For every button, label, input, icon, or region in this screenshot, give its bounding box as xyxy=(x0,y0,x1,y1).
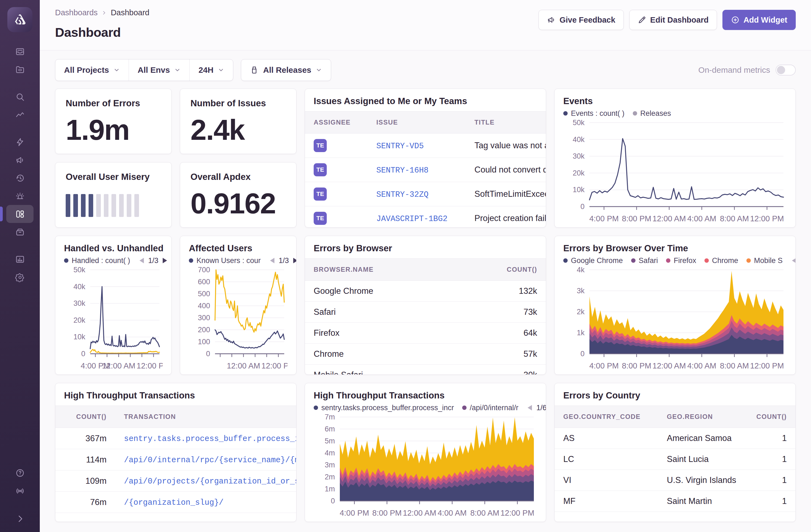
pager-next-button[interactable] xyxy=(293,257,296,264)
widget-errors-by-browser[interactable]: Errors by Browser BROWSER.NAMECOUNT()Goo… xyxy=(305,236,546,375)
widget-title: Overall User Misery xyxy=(66,172,161,182)
column-header[interactable]: GEO.COUNTRY_CODE xyxy=(554,406,658,428)
legend-dot xyxy=(64,258,68,263)
misery-bar xyxy=(81,194,86,217)
sidebar-item-releases[interactable] xyxy=(6,223,33,241)
widget-events[interactable]: Events Events : count( )Releases 010k20k… xyxy=(554,89,796,228)
breadcrumb-dashboards[interactable]: Dashboards xyxy=(55,8,97,17)
cell-link[interactable]: /{organization_slug}/ xyxy=(124,498,224,507)
cell-link[interactable]: JAVASCRIPT-1BG2 xyxy=(376,214,447,224)
legend-entry[interactable]: Releases xyxy=(633,109,671,118)
give-feedback-button[interactable]: Give Feedback xyxy=(538,10,624,30)
sidebar-item-feedback[interactable] xyxy=(6,151,33,169)
legend-dot xyxy=(666,258,670,263)
ondemand-metrics-toggle[interactable] xyxy=(776,65,796,76)
sidebar-item-replays[interactable] xyxy=(6,169,33,187)
widget-errors-by-country[interactable]: Errors by Country GEO.COUNTRY_CODEGEO.RE… xyxy=(554,383,796,522)
cell-link[interactable]: SENTRY-VD5 xyxy=(376,142,424,151)
column-header[interactable]: BROWSER.NAME xyxy=(305,259,483,281)
widget-affected-users[interactable]: Affected Users Known Users : cour1/3 010… xyxy=(180,236,296,375)
legend-dot xyxy=(189,258,193,263)
sentry-logo[interactable] xyxy=(7,7,32,32)
column-header[interactable]: COUNT() xyxy=(55,406,115,428)
sidebar-collapse-button[interactable] xyxy=(6,510,33,528)
cell-link[interactable]: SENTRY-32ZQ xyxy=(376,190,428,199)
legend-entry[interactable]: Safari xyxy=(631,257,658,265)
sidebar-item-alerts[interactable] xyxy=(6,187,33,205)
svg-text:8:00 PM: 8:00 PM xyxy=(622,361,651,370)
widget-handled-vs-unhandled[interactable]: Handled vs. Unhandled Handled : count( )… xyxy=(55,236,172,375)
sidebar-item-help[interactable] xyxy=(6,464,33,482)
cell-link[interactable]: /api/0/internal/rpc/{service_name}/{meth… xyxy=(124,456,296,465)
svg-text:600: 600 xyxy=(198,278,210,286)
app-root: Dashboards Dashboard Dashboard Give Feed… xyxy=(0,0,811,532)
widget-high-throughput-transactions-chart[interactable]: High Throughput Transactions sentry.task… xyxy=(305,383,546,522)
big-number-value: 0.9162 xyxy=(190,187,286,220)
legend-entry[interactable]: Handled : count( ) xyxy=(64,257,130,265)
project-filter[interactable]: All Projects xyxy=(55,59,129,81)
release-filter[interactable]: All Releases xyxy=(241,59,331,81)
cell-link[interactable]: sentry.tasks.process_buffer.process_incr xyxy=(124,435,296,443)
widget-errors-by-browser-over-time[interactable]: Errors by Browser Over Time Google Chrom… xyxy=(554,236,796,375)
misery-bar xyxy=(73,194,78,217)
column-header[interactable]: COUNT() xyxy=(741,406,795,428)
sidebar-item-issues[interactable] xyxy=(6,43,33,61)
column-header[interactable]: GEO.REGION xyxy=(658,406,741,428)
widget-apdex[interactable]: Overall Apdex 0.9162 xyxy=(180,162,296,228)
sidebar-item-explore[interactable] xyxy=(6,88,33,106)
dashboards-icon xyxy=(15,209,25,219)
environment-filter[interactable]: All Envs xyxy=(129,59,190,81)
column-header[interactable]: ISSUE xyxy=(368,111,466,134)
column-header[interactable]: ASSIGNEE xyxy=(305,111,368,134)
megaphone-icon xyxy=(15,155,25,165)
legend-entry[interactable]: sentry.tasks.process_buffer.process_incr xyxy=(313,404,454,412)
widget-issues-assigned[interactable]: Issues Assigned to Me or My Teams ASSIGN… xyxy=(305,89,546,228)
sidebar-item-insights[interactable] xyxy=(6,133,33,151)
widget-number-of-errors[interactable]: Number of Errors 1.9m xyxy=(55,89,172,154)
pager-prev-button[interactable] xyxy=(138,257,144,264)
cell-link[interactable]: SENTRY-16H8 xyxy=(376,166,428,175)
cell-link[interactable]: /api/0/projects/{organization_id_or_slug… xyxy=(124,477,296,486)
svg-text:10k: 10k xyxy=(73,333,85,341)
pager-next-button[interactable] xyxy=(162,257,168,264)
legend-entry[interactable]: Known Users : cour xyxy=(189,257,261,265)
pager-prev-button[interactable] xyxy=(269,257,275,264)
sidebar-item-settings[interactable] xyxy=(6,268,33,286)
edit-dashboard-button[interactable]: Edit Dashboard xyxy=(629,10,717,30)
sidebar-item-traces[interactable] xyxy=(6,106,33,124)
pager-prev-button[interactable] xyxy=(791,257,796,264)
legend-entry[interactable]: Firefox xyxy=(666,257,696,265)
legend-entry[interactable]: Google Chrome xyxy=(563,257,623,265)
widget-number-of-issues[interactable]: Number of Issues 2.4k xyxy=(180,89,296,154)
svg-text:40k: 40k xyxy=(572,135,584,143)
svg-text:0: 0 xyxy=(206,350,210,358)
column-header[interactable]: TRANSACTION xyxy=(115,406,296,428)
page-title: Dashboard xyxy=(55,25,149,40)
svg-text:300: 300 xyxy=(198,314,210,322)
sidebar-item-whats-new[interactable] xyxy=(6,482,33,500)
sidebar-item-stats[interactable] xyxy=(6,250,33,268)
ondemand-metrics: On-demand metrics xyxy=(699,65,796,76)
widget-high-throughput-transactions-table[interactable]: High Throughput Transactions COUNT()TRAN… xyxy=(55,383,296,522)
date-range-filter[interactable]: 24H xyxy=(190,59,233,81)
svg-text:20k: 20k xyxy=(73,316,85,324)
chart-svg: 010020030040050060070012:00 AM12:00 PM xyxy=(189,267,288,372)
breadcrumb-current: Dashboard xyxy=(111,8,149,17)
misery-bar xyxy=(111,194,116,217)
legend-entry[interactable]: Chrome xyxy=(704,257,738,265)
plus-circle-icon xyxy=(731,16,739,24)
legend-entry[interactable]: Mobile S xyxy=(746,257,783,265)
legend-entry[interactable]: Events : count( ) xyxy=(563,109,625,118)
add-widget-button[interactable]: Add Widget xyxy=(722,10,796,30)
sidebar-item-projects[interactable] xyxy=(6,61,33,78)
widget-title: Events xyxy=(554,89,795,107)
sidebar-item-dashboards[interactable] xyxy=(6,205,33,223)
column-header[interactable]: COUNT() xyxy=(483,259,546,281)
pager-prev-button[interactable] xyxy=(526,404,533,411)
misery-bar xyxy=(119,194,124,217)
widget-user-misery[interactable]: Overall User Misery xyxy=(55,162,172,228)
legend-entry[interactable]: /api/0/internal/r xyxy=(462,404,519,412)
search-icon xyxy=(15,92,25,102)
column-header[interactable]: TITLE xyxy=(466,111,546,134)
legend-pager: 1/6 xyxy=(526,404,546,412)
